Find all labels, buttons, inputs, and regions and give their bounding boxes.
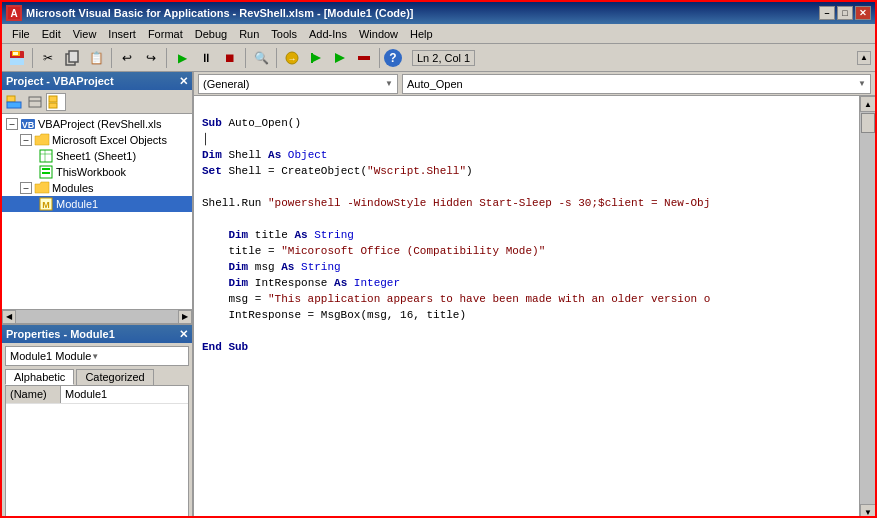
scroll-track-h[interactable]	[16, 310, 178, 323]
menu-run[interactable]: Run	[233, 26, 265, 42]
menu-help[interactable]: Help	[404, 26, 439, 42]
svg-rect-11	[311, 53, 313, 63]
toolbar: ✂ 📋 ↩ ↪ ▶ ⏸ ⏹ 🔍 → ? Ln 2, Col 1 ▲	[2, 44, 875, 72]
toolbar-stop-btn[interactable]: ⏹	[219, 47, 241, 69]
properties-panel: Properties - Module1 ✕ Module1 Module ▼ …	[2, 325, 192, 518]
toolbar-undo-btn[interactable]: ↩	[116, 47, 138, 69]
tree-label-sheet1: Sheet1 (Sheet1)	[56, 150, 136, 162]
scroll-up-arrow[interactable]: ▲	[860, 96, 875, 112]
menu-view[interactable]: View	[67, 26, 103, 42]
code-line-16: End Sub	[202, 340, 851, 356]
properties-table: (Name) Module1	[5, 385, 189, 517]
scroll-right[interactable]: ▶	[178, 310, 192, 324]
code-line-3: │	[202, 132, 851, 148]
toolbar-copy-btn[interactable]	[61, 47, 83, 69]
menu-tools[interactable]: Tools	[265, 26, 303, 42]
toolbar-run-btn[interactable]: ▶	[171, 47, 193, 69]
tree-item-excel-objects[interactable]: – Microsoft Excel Objects	[2, 132, 192, 148]
tab-alphabetic[interactable]: Alphabetic	[5, 369, 74, 385]
tree-label-vbaproject: VBAProject (RevShell.xls	[38, 118, 162, 130]
props-name-value[interactable]: Module1	[61, 386, 188, 403]
svg-rect-22	[40, 150, 52, 162]
scroll-v-thumb[interactable]	[861, 113, 875, 133]
app-icon: A	[6, 5, 22, 21]
workbook-icon	[38, 165, 54, 179]
module-icon: M	[38, 197, 54, 211]
toolbar-sep-1	[32, 48, 33, 68]
project-tb-btn2[interactable]	[25, 93, 45, 111]
project-panel: Project - VBAProject ✕ –	[2, 72, 192, 325]
toolbar-debug2-btn[interactable]	[305, 47, 327, 69]
expand-icon-excel[interactable]: –	[20, 134, 32, 146]
toolbar-sep-4	[245, 48, 246, 68]
svg-rect-15	[7, 102, 21, 108]
toolbar-debug3-btn[interactable]	[329, 47, 351, 69]
tree-item-sheet1[interactable]: Sheet1 (Sheet1)	[2, 148, 192, 164]
toolbar-sep-2	[111, 48, 112, 68]
properties-dropdown[interactable]: Module1 Module ▼	[5, 346, 189, 366]
tree-item-modules[interactable]: – Modules	[2, 180, 192, 196]
menu-format[interactable]: Format	[142, 26, 189, 42]
toolbar-sep-5	[276, 48, 277, 68]
toolbar-scroll-up[interactable]: ▲	[857, 51, 871, 65]
svg-rect-26	[42, 168, 50, 170]
expand-icon-modules[interactable]: –	[20, 182, 32, 194]
code-line-15	[202, 324, 851, 340]
project-tb-btn3[interactable]	[46, 93, 66, 111]
general-dropdown-arrow: ▼	[385, 79, 393, 88]
svg-text:→: →	[288, 54, 297, 64]
properties-panel-title: Properties - Module1	[6, 328, 115, 340]
svg-marker-12	[335, 53, 345, 63]
code-line-12: Dim IntResponse As Integer	[202, 276, 851, 292]
modules-folder-icon	[34, 181, 50, 195]
menu-insert[interactable]: Insert	[102, 26, 142, 42]
code-line-11: Dim msg As String	[202, 260, 851, 276]
project-panel-close[interactable]: ✕	[179, 75, 188, 88]
svg-rect-19	[49, 103, 57, 108]
tree-item-module1[interactable]: M Module1	[2, 196, 192, 212]
toolbar-save-btn[interactable]	[6, 47, 28, 69]
code-line-14: IntResponse = MsgBox(msg, 16, title)	[202, 308, 851, 324]
toolbar-paste-btn[interactable]: 📋	[85, 47, 107, 69]
toolbar-pause-btn[interactable]: ⏸	[195, 47, 217, 69]
svg-rect-14	[7, 96, 15, 102]
menu-debug[interactable]: Debug	[189, 26, 233, 42]
toolbar-debug4-btn[interactable]	[353, 47, 375, 69]
toolbar-search-btn[interactable]: 🔍	[250, 47, 272, 69]
project-scrollbar-h: ◀ ▶	[2, 309, 192, 323]
code-line-13: msg = "This application appears to have …	[202, 292, 851, 308]
menu-file[interactable]: File	[6, 26, 36, 42]
menu-addins[interactable]: Add-Ins	[303, 26, 353, 42]
scroll-down-arrow[interactable]: ▼	[860, 504, 875, 518]
restore-button[interactable]: □	[837, 6, 853, 20]
tree-label-thisworkbook: ThisWorkbook	[56, 166, 126, 178]
menu-bar: File Edit View Insert Format Debug Run T…	[2, 24, 875, 44]
scroll-v-track[interactable]	[860, 112, 875, 504]
menu-edit[interactable]: Edit	[36, 26, 67, 42]
code-toolbar: (General) ▼ Auto_Open ▼	[194, 72, 875, 96]
tree-item-vbaproject[interactable]: – VB VBAProject (RevShell.xls	[2, 116, 192, 132]
svg-rect-16	[29, 97, 41, 107]
menu-window[interactable]: Window	[353, 26, 404, 42]
toolbar-cut-btn[interactable]: ✂	[37, 47, 59, 69]
toolbar-redo-btn[interactable]: ↪	[140, 47, 162, 69]
general-dropdown[interactable]: (General) ▼	[198, 74, 398, 94]
close-button[interactable]: ✕	[855, 6, 871, 20]
minimize-button[interactable]: –	[819, 6, 835, 20]
toolbar-debug1-btn[interactable]: →	[281, 47, 303, 69]
project-tb-btn1[interactable]	[4, 93, 24, 111]
svg-rect-13	[358, 56, 370, 60]
code-editor[interactable]: Sub Auto_Open() │ Dim Shell As Object Se…	[194, 96, 859, 518]
toolbar-help-btn[interactable]: ?	[384, 49, 402, 67]
properties-tabs: Alphabetic Categorized	[2, 369, 192, 385]
proc-dropdown[interactable]: Auto_Open ▼	[402, 74, 871, 94]
tab-categorized[interactable]: Categorized	[76, 369, 153, 385]
tree-item-thisworkbook[interactable]: ThisWorkbook	[2, 164, 192, 180]
code-line-2: Sub Auto_Open()	[202, 116, 851, 132]
code-editor-area: Sub Auto_Open() │ Dim Shell As Object Se…	[194, 96, 875, 518]
properties-panel-close[interactable]: ✕	[179, 328, 188, 341]
expand-icon[interactable]: –	[6, 118, 18, 130]
scroll-left[interactable]: ◀	[2, 310, 16, 324]
svg-text:VB: VB	[22, 120, 35, 130]
project-panel-title: Project - VBAProject	[6, 75, 114, 87]
